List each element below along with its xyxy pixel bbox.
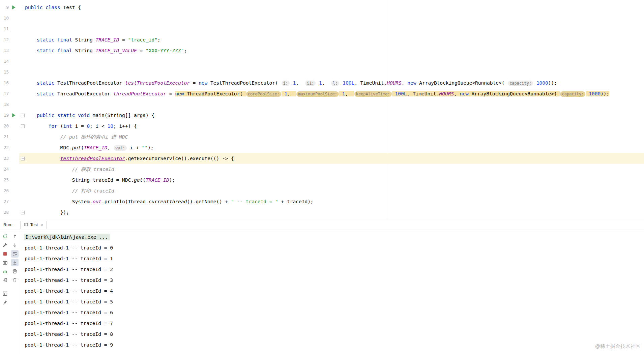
console-command-line: D:\work\jdk\bin\java.exe ... [25, 232, 644, 242]
line-number: 24 [0, 164, 9, 175]
console-line: pool-1-thread-1 -- traceId = 8 [25, 329, 644, 340]
console-line: pool-1-thread-1 -- traceId = 5 [25, 296, 644, 307]
gutter [9, 185, 25, 196]
gutter [9, 34, 25, 45]
fold-icon[interactable] [21, 211, 25, 214]
gutter [9, 2, 25, 13]
code-text: MDC.put(TRACE_ID, val: i + ""); [25, 142, 153, 153]
line-number: 10 [0, 13, 9, 24]
up-arrow-icon[interactable] [11, 233, 19, 240]
line-number: 18 [0, 99, 9, 110]
run-toolbar [0, 230, 21, 354]
run-panel-header: Run: Test × [0, 220, 644, 230]
code-line[interactable]: 26 // 打印 traceId [0, 185, 644, 196]
console-output[interactable]: D:\work\jdk\bin\java.exe ...pool-1-threa… [25, 230, 644, 350]
line-number: 25 [0, 175, 9, 185]
run-console: D:\work\jdk\bin\java.exe ...pool-1-threa… [0, 230, 644, 354]
console-line: pool-1-thread-1 -- traceId = 2 [25, 264, 644, 275]
code-text: static TestThreadPoolExecutor testThread… [25, 78, 557, 88]
pin-icon[interactable] [1, 299, 9, 306]
line-number: 12 [0, 34, 9, 45]
gutter [9, 121, 25, 131]
scroll-end-icon[interactable] [11, 259, 19, 266]
code-text: }); [25, 207, 69, 218]
code-line[interactable]: 12 static final String TRACE_ID = "trace… [0, 34, 644, 45]
code-line[interactable]: 9public class Test { [0, 2, 644, 13]
gutter [9, 99, 25, 110]
code-text: static final String TRACE_ID = "trace_id… [25, 34, 160, 45]
soft-wrap-icon[interactable] [11, 250, 19, 258]
line-number: 17 [0, 88, 9, 99]
line-number: 20 [0, 121, 9, 131]
run-icon[interactable] [12, 5, 16, 9]
code-line[interactable]: 14 [0, 56, 644, 67]
gutter [9, 67, 25, 78]
clear-icon[interactable] [11, 276, 19, 284]
code-line[interactable]: 25 String traceId = MDC.get(TRACE_ID); [0, 175, 644, 185]
line-number: 11 [0, 24, 9, 34]
code-text: static final String TRACE_ID_VALUE = "XX… [25, 45, 187, 56]
stop-icon[interactable] [1, 250, 9, 258]
editor-lines: 9public class Test {101112 static final … [0, 0, 644, 218]
line-number: 19 [0, 110, 9, 121]
code-line[interactable]: 21 // put 循环的索引i 进 MDC [0, 131, 644, 142]
wrench-icon[interactable] [1, 241, 9, 249]
fold-icon[interactable] [21, 114, 25, 117]
line-number: 27 [0, 196, 9, 207]
print-icon[interactable] [11, 268, 19, 275]
code-line[interactable]: 15 [0, 67, 644, 78]
exit-icon[interactable] [1, 276, 9, 284]
rerun-icon[interactable] [1, 233, 9, 240]
gutter [9, 153, 25, 164]
code-line[interactable]: 24 // 获取 traceId [0, 164, 644, 175]
console-line: pool-1-thread-1 -- traceId = 0 [25, 242, 644, 253]
code-text: static ThreadPoolExecutor threadPoolExec… [25, 88, 609, 99]
code-line[interactable]: 22 MDC.put(TRACE_ID, val: i + ""); [0, 142, 644, 153]
code-text: System.out.println(Thread.currentThread(… [25, 196, 314, 207]
code-line[interactable]: 10 [0, 13, 644, 24]
line-number: 26 [0, 185, 9, 196]
gutter [9, 175, 25, 185]
fold-icon[interactable] [21, 124, 25, 128]
line-number: 22 [0, 142, 9, 153]
gutter [9, 207, 25, 218]
gutter [9, 164, 25, 175]
gutter [9, 24, 25, 34]
console-toolbar-column-2 [11, 233, 19, 285]
run-icon[interactable] [12, 113, 16, 117]
console-tab-icon [24, 222, 28, 228]
code-text: // 打印 traceId [25, 185, 114, 196]
code-line[interactable]: 18 [0, 99, 644, 110]
profiler-icon[interactable] [1, 268, 9, 275]
code-line[interactable]: 19 public static void main(String[] args… [0, 110, 644, 121]
close-icon[interactable]: × [40, 223, 43, 228]
code-text: public class Test { [25, 2, 81, 13]
code-line[interactable]: 13 static final String TRACE_ID_VALUE = … [0, 45, 644, 56]
code-line[interactable]: 20 for (int i = 0; i < 10; i++) { [0, 121, 644, 131]
code-editor[interactable]: 9public class Test {101112 static final … [0, 0, 644, 220]
console-line: pool-1-thread-1 -- traceId = 4 [25, 286, 644, 296]
code-line[interactable]: 28 }); [0, 207, 644, 218]
code-line[interactable]: 27 System.out.println(Thread.currentThre… [0, 196, 644, 207]
camera-icon[interactable] [1, 259, 9, 266]
console-line: pool-1-thread-1 -- traceId = 1 [25, 253, 644, 264]
code-text: for (int i = 0; i < 10; i++) { [25, 121, 137, 131]
console-line: pool-1-thread-1 -- traceId = 7 [25, 318, 644, 329]
down-arrow-icon[interactable] [11, 241, 19, 249]
gutter [9, 45, 25, 56]
code-text: // 获取 traceId [25, 164, 114, 175]
gutter [9, 142, 25, 153]
layout-icon[interactable] [1, 290, 9, 297]
code-line[interactable]: 11 [0, 24, 644, 34]
run-tab-test[interactable]: Test × [20, 221, 47, 229]
code-line[interactable]: 23 testThreadPoolExecutor.getExecutorSer… [0, 153, 644, 164]
watermark: @稀土掘金技术社区 [595, 343, 641, 350]
gutter [9, 78, 25, 88]
line-number: 16 [0, 78, 9, 88]
fold-icon[interactable] [21, 157, 25, 160]
code-line[interactable]: 17 static ThreadPoolExecutor threadPoolE… [0, 88, 644, 99]
console-line: pool-1-thread-1 -- traceId = 9 [25, 340, 644, 350]
code-line[interactable]: 16 static TestThreadPoolExecutor testThr… [0, 78, 644, 88]
run-tab-title: Test [30, 223, 38, 227]
code-text: String traceId = MDC.get(TRACE_ID); [25, 175, 175, 185]
